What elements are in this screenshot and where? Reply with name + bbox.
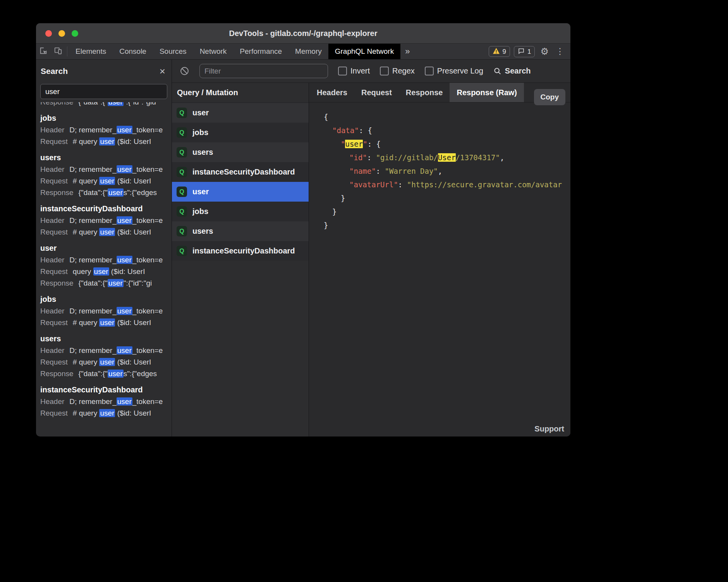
search-group-title: instanceSecurityDashboard (40, 384, 172, 396)
query-item-label: jobs (192, 128, 208, 137)
search-match-highlight: user (117, 256, 132, 264)
query-list-item[interactable]: Quser (172, 103, 309, 123)
search-result-line[interactable]: Request# query user ($id: UserI (40, 175, 172, 187)
checkbox-invert[interactable]: Invert (338, 67, 370, 75)
search-result-line[interactable]: HeaderD; remember_user_token=e (40, 345, 172, 356)
search-result-line[interactable]: HeaderD; remember_user_token=e (40, 164, 172, 175)
result-kind-label: Header (40, 216, 64, 224)
network-search-control[interactable]: Search (493, 67, 531, 75)
search-match-highlight-yellow: user (345, 140, 363, 148)
issues-badge[interactable]: 1 (514, 46, 535, 57)
search-result-line[interactable]: Request# query user ($id: UserI (40, 136, 172, 147)
json-token: "name" (349, 167, 376, 175)
query-type-badge: Q (177, 187, 187, 197)
json-line: } (324, 192, 570, 205)
filter-input[interactable] (199, 64, 328, 78)
filter-checkboxes: InvertRegexPreserve Log (338, 67, 483, 75)
tab-graphql-network[interactable]: GraphQL Network (328, 44, 400, 59)
search-result-line[interactable]: HeaderD; remember_user_token=e (40, 254, 172, 266)
tab-elements[interactable]: Elements (69, 44, 113, 59)
tab-network[interactable]: Network (193, 44, 234, 59)
toolbar-right-controls: 9 1 ⚙ ⋮ (489, 44, 570, 59)
json-line: "user": { (324, 137, 570, 151)
json-token: { (324, 113, 328, 121)
query-list-panel: Query / Mutation QuserQjobsQusersQinstan… (172, 83, 309, 436)
result-text: D; remember_ (69, 346, 116, 354)
result-text: _token=e (132, 346, 163, 354)
minimize-window-button[interactable] (58, 30, 65, 37)
query-list-item[interactable]: Qjobs (172, 123, 309, 142)
result-text: D; remember_ (69, 397, 116, 406)
response-tab-response[interactable]: Response (399, 83, 450, 102)
warnings-badge[interactable]: 9 (489, 46, 510, 57)
search-result-line[interactable]: Response{"data":{"users":{"edges (40, 368, 172, 380)
settings-button[interactable]: ⚙ (539, 46, 550, 57)
search-match-highlight: user (108, 279, 124, 287)
search-panel: Search × Response{"data":{"user":{"id":"… (36, 60, 172, 436)
response-tab-headers[interactable]: Headers (310, 83, 354, 102)
search-close-icon[interactable]: × (160, 66, 165, 76)
query-list-item[interactable]: Quser (172, 182, 309, 202)
tab-memory[interactable]: Memory (288, 44, 328, 59)
block-requests-icon[interactable] (180, 66, 189, 76)
result-kind-label: Request (40, 177, 68, 185)
query-item-label: user (192, 108, 209, 117)
search-result-line[interactable]: Request# query user ($id: UserI (40, 317, 172, 329)
result-kind-label: Header (40, 256, 64, 264)
kebab-menu-button[interactable]: ⋮ (554, 46, 566, 56)
copy-button[interactable]: Copy (534, 89, 566, 105)
query-item-label: user (192, 187, 209, 196)
query-list: QuserQjobsQusersQinstanceSecurityDashboa… (172, 103, 309, 436)
search-result-line[interactable]: Response{"data":{"user":{"id":"gi (40, 277, 172, 289)
result-text: _token=e (132, 397, 163, 406)
panel-split: Query / Mutation QuserQjobsQusersQinstan… (172, 83, 570, 436)
traffic-lights (45, 23, 78, 43)
warnings-count: 9 (503, 48, 506, 55)
query-list-item[interactable]: QinstanceSecurityDashboard (172, 241, 309, 261)
devtools-window: DevTools - gitlab.com/-/graphql-explorer… (36, 23, 570, 436)
inspect-element-button[interactable] (36, 44, 51, 59)
search-result-line[interactable]: Response{"data":{"users":{"edges (40, 187, 172, 199)
result-text: _token=e (132, 307, 163, 315)
search-result-line[interactable]: HeaderD; remember_user_token=e (40, 305, 172, 317)
search-input[interactable] (40, 84, 167, 99)
result-text: # query (73, 137, 100, 146)
result-text: D; remember_ (69, 126, 116, 134)
result-text: # query (73, 177, 100, 185)
query-list-header: Query / Mutation (172, 83, 309, 103)
query-list-item[interactable]: QinstanceSecurityDashboard (172, 162, 309, 182)
device-toolbar-button[interactable] (51, 44, 65, 59)
checkbox-regex[interactable]: Regex (380, 67, 415, 75)
json-token: : (359, 126, 368, 135)
zoom-window-button[interactable] (72, 30, 78, 37)
query-list-item[interactable]: Qusers (172, 221, 309, 241)
checkbox-preserve-log[interactable]: Preserve Log (425, 67, 483, 75)
close-window-button[interactable] (45, 30, 52, 37)
gear-icon: ⚙ (540, 46, 549, 57)
tab-console[interactable]: Console (113, 44, 153, 59)
toolbar-divider (67, 46, 67, 56)
search-result-line[interactable]: Request# query user ($id: UserI (40, 356, 172, 368)
support-link[interactable]: Support (534, 425, 564, 433)
response-tab-request[interactable]: Request (354, 83, 399, 102)
query-list-item[interactable]: Qusers (172, 142, 309, 162)
search-result-line[interactable]: HeaderD; remember_user_token=e (40, 215, 172, 226)
search-result-line[interactable]: Request# query user ($id: UserI (40, 226, 172, 238)
search-match-highlight: user (117, 216, 132, 224)
more-tabs-button[interactable]: » (400, 44, 414, 59)
result-kind-label: Response (40, 102, 74, 106)
result-text: ":{"id":"gid (124, 102, 156, 106)
result-text: ($id: UserI (115, 409, 151, 417)
search-match-highlight: user (117, 307, 132, 315)
response-tab-response-raw-[interactable]: Response (Raw) (450, 83, 524, 102)
tab-performance[interactable]: Performance (233, 44, 288, 59)
query-list-item[interactable]: Qjobs (172, 202, 309, 221)
tab-sources[interactable]: Sources (153, 44, 193, 59)
search-result-line[interactable]: Request# query user ($id: UserI (40, 407, 172, 419)
result-text: D; remember_ (69, 216, 116, 224)
search-result-line[interactable]: HeaderD; remember_user_token=e (40, 124, 172, 136)
query-item-label: instanceSecurityDashboard (192, 168, 295, 176)
search-result-line[interactable]: Requestquery user ($id: UserI (40, 266, 172, 277)
search-result-line[interactable]: HeaderD; remember_user_token=e (40, 396, 172, 407)
search-result-line-clipped[interactable]: Response{"data":{"user":{"id":"gid (40, 102, 172, 108)
